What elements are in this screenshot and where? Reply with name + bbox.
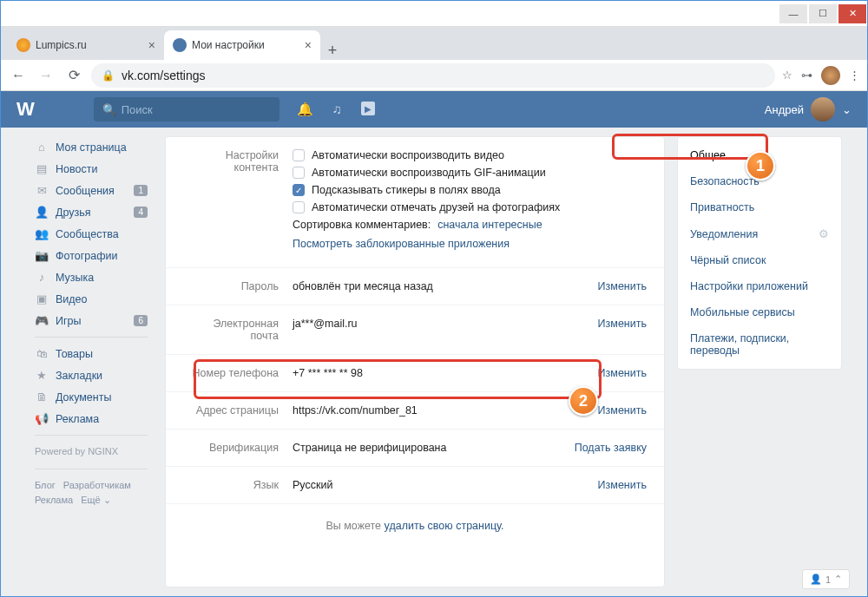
nav-label: Игры bbox=[56, 315, 81, 327]
nav-label: Документы bbox=[56, 391, 111, 403]
sidebar-item[interactable]: 🎮Игры6 bbox=[26, 310, 156, 331]
gear-icon[interactable]: ⚙ bbox=[819, 227, 829, 240]
window-close-button[interactable]: ✕ bbox=[838, 4, 866, 23]
settings-subnav: ОбщееБезопасностьПриватностьУведомления⚙… bbox=[677, 136, 842, 587]
window-maximize-button[interactable]: ☐ bbox=[809, 4, 837, 23]
nav-icon: ♪ bbox=[35, 271, 49, 284]
settings-tab[interactable]: Приватность bbox=[678, 194, 841, 220]
bell-icon[interactable]: 🔔 bbox=[297, 102, 313, 117]
url-value: https://vk.com/number_81 bbox=[293, 404, 598, 417]
nav-label: Товары bbox=[56, 348, 93, 360]
bottom-float-box[interactable]: 👤 1 ⌃ bbox=[802, 569, 850, 589]
sidebar-item[interactable]: 🗎Документы bbox=[26, 386, 156, 408]
vk-search-input[interactable]: 🔍 Поиск bbox=[94, 97, 279, 121]
sidebar-item[interactable]: 👤Друзья4 bbox=[26, 201, 156, 223]
nav-label: Видео bbox=[56, 293, 88, 305]
nav-label: Закладки bbox=[56, 370, 102, 382]
window-minimize-button[interactable]: — bbox=[779, 4, 807, 23]
settings-panel: Настройки контента Автоматически воспрои… bbox=[165, 136, 665, 587]
nav-label: Фотографии bbox=[56, 250, 117, 262]
avatar-icon bbox=[811, 97, 835, 121]
annotation-marker-1: 1 bbox=[746, 151, 775, 180]
omnibox[interactable]: 🔒 vk.com/settings bbox=[91, 63, 775, 88]
sidebar-item[interactable]: 🛍Товары bbox=[26, 343, 156, 364]
sidebar-item[interactable]: ▣Видео bbox=[26, 288, 156, 310]
close-icon[interactable]: × bbox=[148, 38, 155, 52]
nav-icon: ✉ bbox=[35, 184, 49, 197]
sidebar-item[interactable]: ✉Сообщения1 bbox=[26, 180, 156, 201]
settings-tab[interactable]: Настройки приложений bbox=[678, 273, 841, 299]
new-tab-button[interactable]: + bbox=[320, 42, 345, 60]
badge: 6 bbox=[134, 315, 148, 326]
checkbox-auto-tag[interactable] bbox=[293, 201, 305, 213]
sidebar-item[interactable]: ⌂Моя страница bbox=[26, 136, 156, 158]
settings-tab-label: Безопасность bbox=[690, 175, 760, 187]
language-change-link[interactable]: Изменить bbox=[598, 479, 647, 491]
footer-link-dev[interactable]: Разработчикам bbox=[63, 480, 131, 490]
delete-page-link[interactable]: удалить свою страницу. bbox=[385, 520, 504, 532]
comment-sort-link[interactable]: сначала интересные bbox=[437, 219, 542, 231]
left-nav: ⌂Моя страница▤Новости✉Сообщения1👤Друзья4… bbox=[26, 128, 156, 596]
profile-avatar-icon[interactable] bbox=[821, 66, 840, 85]
nav-icon: 📷 bbox=[35, 249, 49, 262]
nav-icon: 📢 bbox=[35, 412, 49, 425]
settings-tab-label: Общее bbox=[690, 149, 726, 161]
nav-back-button[interactable]: ← bbox=[8, 65, 29, 86]
checkbox-autoplay-gif[interactable] bbox=[293, 167, 305, 179]
blocked-apps-link[interactable]: Посмотреть заблокированные приложения bbox=[293, 238, 510, 250]
close-icon[interactable]: × bbox=[305, 38, 312, 52]
sidebar-item[interactable]: ▤Новости bbox=[26, 158, 156, 180]
footer-link-ads[interactable]: Реклама bbox=[35, 495, 73, 505]
nav-icon: 🛍 bbox=[35, 347, 49, 360]
browser-tab-lumpics[interactable]: Lumpics.ru × bbox=[8, 30, 164, 60]
nav-forward-button[interactable]: → bbox=[36, 65, 56, 86]
email-change-link[interactable]: Изменить bbox=[598, 318, 647, 342]
password-change-link[interactable]: Изменить bbox=[598, 280, 647, 292]
tab-title: Lumpics.ru bbox=[36, 39, 87, 51]
password-value: обновлён три месяца назад bbox=[293, 280, 598, 292]
nav-label: Друзья bbox=[56, 207, 91, 219]
star-icon[interactable]: ☆ bbox=[782, 69, 792, 82]
nav-label: Музыка bbox=[56, 272, 94, 284]
menu-icon[interactable]: ⋮ bbox=[849, 69, 860, 82]
key-icon[interactable]: ⊶ bbox=[801, 69, 812, 82]
vk-logo[interactable]: W bbox=[16, 98, 33, 121]
phone-value: +7 *** *** ** 98 bbox=[293, 367, 598, 379]
footer-link-blog[interactable]: Блог bbox=[35, 480, 56, 490]
settings-tab[interactable]: Мобильные сервисы bbox=[678, 299, 841, 325]
verification-apply-link[interactable]: Подать заявку bbox=[575, 442, 647, 454]
phone-change-link[interactable]: Изменить bbox=[598, 367, 647, 379]
settings-tab[interactable]: Уведомления⚙ bbox=[678, 220, 841, 247]
badge: 1 bbox=[134, 185, 148, 196]
sidebar-item[interactable]: 📷Фотографии bbox=[26, 245, 156, 266]
url-change-link[interactable]: Изменить bbox=[598, 404, 647, 417]
sidebar-item[interactable]: 📢Реклама bbox=[26, 408, 156, 430]
search-placeholder: Поиск bbox=[122, 103, 153, 116]
music-icon[interactable]: ♫ bbox=[332, 102, 342, 117]
nav-icon: ⌂ bbox=[35, 141, 49, 154]
play-icon[interactable]: ▶ bbox=[361, 102, 375, 115]
nav-icon: 👥 bbox=[35, 227, 49, 240]
verification-label: Верификация bbox=[183, 442, 293, 454]
window-titlebar: — ☐ ✕ bbox=[1, 1, 867, 27]
sidebar-item[interactable]: ★Закладки bbox=[26, 364, 156, 386]
vk-user-menu[interactable]: Андрей ⌄ bbox=[765, 97, 852, 121]
settings-tab[interactable]: Чёрный список bbox=[678, 247, 841, 273]
nav-icon: 🗎 bbox=[35, 390, 49, 403]
nav-reload-button[interactable]: ⟳ bbox=[63, 65, 84, 86]
footer-link-more[interactable]: Ещё ⌄ bbox=[81, 495, 111, 505]
settings-tab[interactable]: Платежи, подписки, переводы bbox=[678, 325, 841, 364]
sidebar-item[interactable]: ♪Музыка bbox=[26, 266, 156, 288]
badge: 4 bbox=[134, 207, 148, 218]
email-label: Электронная почта bbox=[183, 318, 293, 342]
lock-icon: 🔒 bbox=[102, 69, 115, 82]
settings-tab-label: Чёрный список bbox=[690, 254, 766, 266]
nav-icon: ★ bbox=[35, 369, 49, 382]
favicon-icon bbox=[173, 38, 187, 52]
checkbox-autoplay-video[interactable] bbox=[293, 149, 305, 161]
phone-label: Номер телефона bbox=[183, 367, 293, 379]
checkbox-sticker-hints[interactable]: ✓ bbox=[293, 184, 305, 196]
sidebar-item[interactable]: 👥Сообщества bbox=[26, 223, 156, 245]
settings-tab-label: Уведомления bbox=[690, 228, 758, 240]
browser-tab-vk-settings[interactable]: Мои настройки × bbox=[164, 30, 320, 60]
